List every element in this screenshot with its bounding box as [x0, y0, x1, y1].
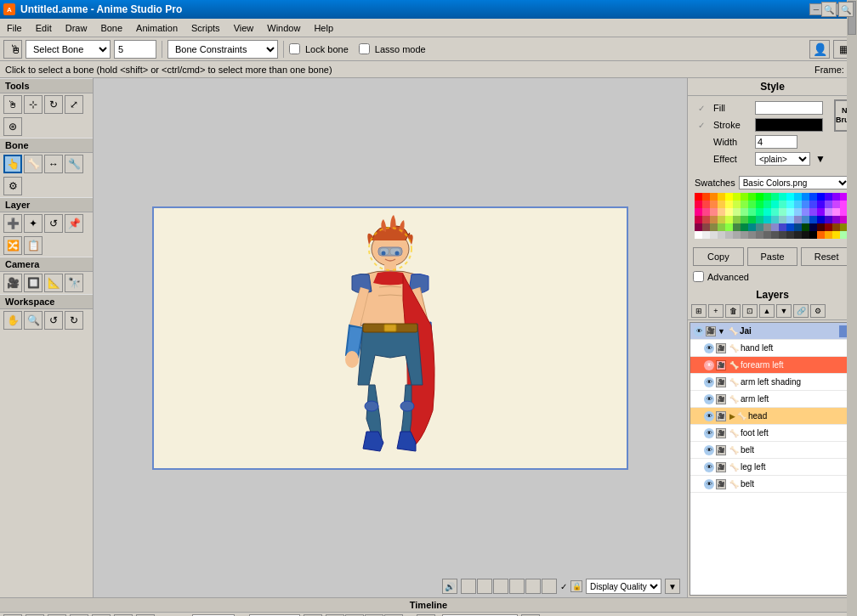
color-cell-30[interactable]	[771, 201, 779, 208]
color-cell-60[interactable]	[695, 216, 702, 223]
color-cell-31[interactable]	[779, 201, 786, 208]
color-cell-67[interactable]	[748, 216, 756, 223]
color-cell-106[interactable]	[741, 231, 748, 239]
lock-icon[interactable]: 🔒	[570, 580, 582, 592]
color-cell-17[interactable]	[825, 193, 832, 201]
color-cell-100[interactable]	[695, 231, 702, 239]
layer-add-tool[interactable]: ➕	[3, 214, 22, 233]
lasso-mode-checkbox[interactable]	[359, 43, 370, 54]
color-cell-23[interactable]	[718, 201, 725, 208]
paste-button[interactable]: Paste	[747, 247, 798, 266]
color-cell-33[interactable]	[794, 201, 802, 208]
color-cell-72[interactable]	[786, 216, 794, 223]
color-cell-86[interactable]	[741, 223, 748, 231]
view-btn-3[interactable]	[493, 579, 508, 594]
bone-move-tool[interactable]: ↔	[44, 155, 63, 173]
layer-item-belt-1[interactable]: 👁 🎥 🦴 belt	[690, 442, 854, 459]
stroke-swatch[interactable]	[755, 118, 823, 132]
color-cell-64[interactable]	[725, 216, 733, 223]
cursor-tool-btn[interactable]: 🖱	[3, 40, 22, 59]
color-cell-115[interactable]	[809, 231, 817, 239]
color-cell-63[interactable]	[718, 216, 725, 223]
color-cell-32[interactable]	[786, 201, 794, 208]
color-cell-20[interactable]	[695, 201, 702, 208]
color-cell-24[interactable]	[725, 201, 733, 208]
color-cell-28[interactable]	[756, 201, 763, 208]
menu-view[interactable]: View	[227, 21, 261, 35]
color-cell-22[interactable]	[710, 201, 718, 208]
color-cell-110[interactable]	[771, 231, 779, 239]
color-cell-12[interactable]	[786, 193, 794, 201]
layer-add-btn[interactable]: +	[708, 304, 724, 318]
color-cell-16[interactable]	[817, 193, 825, 201]
copy-button[interactable]: Copy	[693, 247, 744, 266]
bone-add-tool[interactable]: 🦴	[24, 155, 43, 173]
color-cell-15[interactable]	[809, 193, 817, 201]
layer-settings-btn[interactable]: ⚙	[810, 304, 826, 318]
tool-select[interactable]: Select Bone	[26, 40, 111, 59]
color-cell-90[interactable]	[771, 223, 779, 231]
camera-zoom-tool[interactable]: 🔭	[65, 274, 83, 292]
color-cell-87[interactable]	[748, 223, 756, 231]
effect-dropdown[interactable]: ▼	[815, 153, 826, 165]
color-cell-92[interactable]	[786, 223, 794, 231]
color-cell-54[interactable]	[802, 208, 809, 216]
color-cell-2[interactable]	[710, 193, 718, 201]
lock-bone-checkbox[interactable]	[289, 43, 300, 54]
select-tool[interactable]: 🖱	[3, 95, 22, 114]
color-cell-73[interactable]	[794, 216, 802, 223]
layer-item-leg-left[interactable]: 👁 🎥 🦴 leg left	[690, 459, 854, 476]
color-cell-118[interactable]	[832, 231, 840, 239]
layer-eye-head[interactable]: 👁	[704, 411, 714, 421]
color-cell-51[interactable]	[779, 208, 786, 216]
color-cell-74[interactable]	[802, 216, 809, 223]
menu-draw[interactable]: Draw	[59, 21, 94, 35]
layer-item-arm-left[interactable]: 👁 🎥 🦴 arm left	[690, 391, 854, 408]
transform-tool[interactable]: ⊹	[24, 95, 43, 114]
color-cell-13[interactable]	[794, 193, 802, 201]
color-cell-105[interactable]	[733, 231, 741, 239]
color-cell-10[interactable]	[771, 193, 779, 201]
pan-tool[interactable]: ✋	[3, 311, 22, 330]
color-cell-97[interactable]	[825, 223, 832, 231]
color-cell-91[interactable]	[779, 223, 786, 231]
zoom-tool[interactable]: 🔍	[24, 311, 43, 330]
camera-angle-tool[interactable]: 📐	[44, 274, 63, 292]
extra-tool[interactable]: ⊛	[3, 117, 22, 136]
color-cell-102[interactable]	[710, 231, 718, 239]
bone-constraints-select[interactable]: Bone Constraints	[167, 40, 278, 59]
color-cell-44[interactable]	[725, 208, 733, 216]
color-cell-89[interactable]	[763, 223, 771, 231]
color-cell-21[interactable]	[702, 201, 710, 208]
color-cell-29[interactable]	[763, 201, 771, 208]
color-cell-9[interactable]	[763, 193, 771, 201]
color-cell-111[interactable]	[779, 231, 786, 239]
color-cell-95[interactable]	[809, 223, 817, 231]
color-cell-48[interactable]	[756, 208, 763, 216]
color-cell-8[interactable]	[756, 193, 763, 201]
color-cell-41[interactable]	[702, 208, 710, 216]
color-cell-94[interactable]	[802, 223, 809, 231]
color-cell-55[interactable]	[809, 208, 817, 216]
layer-eye-jai[interactable]: 👁	[694, 326, 704, 336]
redo-workspace-tool[interactable]: ↻	[65, 311, 83, 330]
color-cell-117[interactable]	[825, 231, 832, 239]
layer-star-tool[interactable]: ✦	[24, 214, 43, 233]
color-cell-71[interactable]	[779, 216, 786, 223]
view-btn-2[interactable]	[477, 579, 492, 594]
color-cell-5[interactable]	[733, 193, 741, 201]
color-cell-69[interactable]	[763, 216, 771, 223]
color-cell-104[interactable]	[725, 231, 733, 239]
user-icon-btn[interactable]: 👤	[809, 40, 830, 59]
color-cell-46[interactable]	[741, 208, 748, 216]
color-cell-18[interactable]	[832, 193, 840, 201]
layer-expand-head[interactable]: ▶	[729, 412, 735, 421]
color-cell-96[interactable]	[817, 223, 825, 231]
rotate-tool[interactable]: ↻	[44, 95, 63, 114]
canvas-area[interactable]: 🔊 ✓ 🔒 Display Quality ▼	[94, 78, 687, 597]
color-cell-47[interactable]	[748, 208, 756, 216]
layer-up-btn[interactable]: ▲	[759, 304, 775, 318]
color-cell-34[interactable]	[802, 201, 809, 208]
layer-delete-btn[interactable]: 🗑	[725, 304, 741, 318]
fill-swatch[interactable]	[755, 101, 823, 115]
